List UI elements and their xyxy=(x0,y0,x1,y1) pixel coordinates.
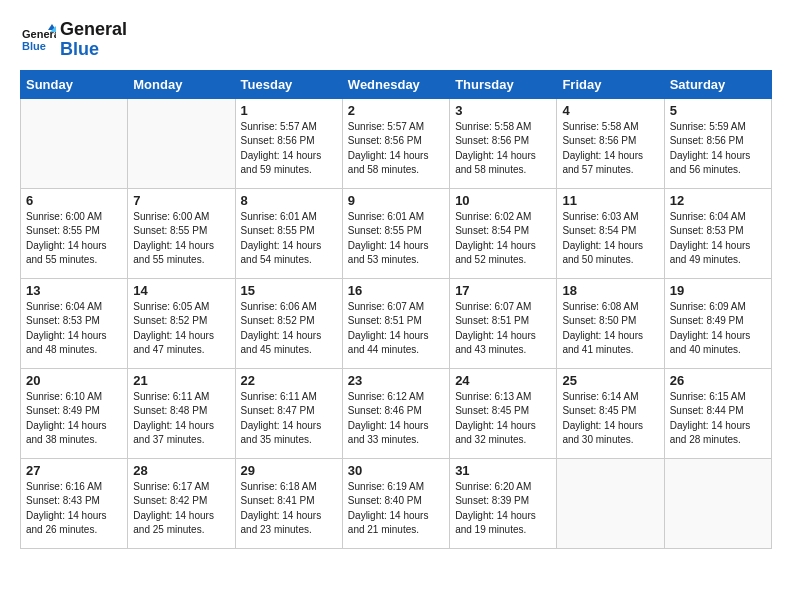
calendar-cell: 3Sunrise: 5:58 AMSunset: 8:56 PMDaylight… xyxy=(450,98,557,188)
day-number: 3 xyxy=(455,103,551,118)
day-number: 11 xyxy=(562,193,658,208)
day-number: 25 xyxy=(562,373,658,388)
calendar-cell: 25Sunrise: 6:14 AMSunset: 8:45 PMDayligh… xyxy=(557,368,664,458)
day-number: 2 xyxy=(348,103,444,118)
svg-text:Blue: Blue xyxy=(22,40,46,52)
day-number: 20 xyxy=(26,373,122,388)
day-info: Sunrise: 6:06 AMSunset: 8:52 PMDaylight:… xyxy=(241,300,337,358)
day-info: Sunrise: 6:13 AMSunset: 8:45 PMDaylight:… xyxy=(455,390,551,448)
logo-text: General Blue xyxy=(60,20,127,60)
page-header: General Blue General Blue xyxy=(20,20,772,60)
calendar-cell: 21Sunrise: 6:11 AMSunset: 8:48 PMDayligh… xyxy=(128,368,235,458)
day-number: 5 xyxy=(670,103,766,118)
calendar-week-row: 1Sunrise: 5:57 AMSunset: 8:56 PMDaylight… xyxy=(21,98,772,188)
calendar-cell: 20Sunrise: 6:10 AMSunset: 8:49 PMDayligh… xyxy=(21,368,128,458)
day-info: Sunrise: 6:18 AMSunset: 8:41 PMDaylight:… xyxy=(241,480,337,538)
calendar-cell: 24Sunrise: 6:13 AMSunset: 8:45 PMDayligh… xyxy=(450,368,557,458)
calendar-cell: 15Sunrise: 6:06 AMSunset: 8:52 PMDayligh… xyxy=(235,278,342,368)
calendar-week-row: 27Sunrise: 6:16 AMSunset: 8:43 PMDayligh… xyxy=(21,458,772,548)
calendar-cell: 11Sunrise: 6:03 AMSunset: 8:54 PMDayligh… xyxy=(557,188,664,278)
day-info: Sunrise: 6:01 AMSunset: 8:55 PMDaylight:… xyxy=(241,210,337,268)
calendar-cell: 19Sunrise: 6:09 AMSunset: 8:49 PMDayligh… xyxy=(664,278,771,368)
calendar-cell: 18Sunrise: 6:08 AMSunset: 8:50 PMDayligh… xyxy=(557,278,664,368)
calendar-table: SundayMondayTuesdayWednesdayThursdayFrid… xyxy=(20,70,772,549)
day-info: Sunrise: 6:16 AMSunset: 8:43 PMDaylight:… xyxy=(26,480,122,538)
day-number: 7 xyxy=(133,193,229,208)
day-number: 9 xyxy=(348,193,444,208)
calendar-cell: 2Sunrise: 5:57 AMSunset: 8:56 PMDaylight… xyxy=(342,98,449,188)
calendar-cell: 5Sunrise: 5:59 AMSunset: 8:56 PMDaylight… xyxy=(664,98,771,188)
day-info: Sunrise: 6:05 AMSunset: 8:52 PMDaylight:… xyxy=(133,300,229,358)
calendar-cell: 17Sunrise: 6:07 AMSunset: 8:51 PMDayligh… xyxy=(450,278,557,368)
calendar-cell: 12Sunrise: 6:04 AMSunset: 8:53 PMDayligh… xyxy=(664,188,771,278)
calendar-week-row: 20Sunrise: 6:10 AMSunset: 8:49 PMDayligh… xyxy=(21,368,772,458)
day-number: 18 xyxy=(562,283,658,298)
calendar-cell: 30Sunrise: 6:19 AMSunset: 8:40 PMDayligh… xyxy=(342,458,449,548)
day-info: Sunrise: 6:00 AMSunset: 8:55 PMDaylight:… xyxy=(26,210,122,268)
day-info: Sunrise: 6:15 AMSunset: 8:44 PMDaylight:… xyxy=(670,390,766,448)
day-info: Sunrise: 6:02 AMSunset: 8:54 PMDaylight:… xyxy=(455,210,551,268)
day-number: 23 xyxy=(348,373,444,388)
weekday-header-thursday: Thursday xyxy=(450,70,557,98)
day-number: 10 xyxy=(455,193,551,208)
day-info: Sunrise: 6:10 AMSunset: 8:49 PMDaylight:… xyxy=(26,390,122,448)
calendar-cell xyxy=(128,98,235,188)
day-number: 21 xyxy=(133,373,229,388)
day-info: Sunrise: 6:01 AMSunset: 8:55 PMDaylight:… xyxy=(348,210,444,268)
calendar-cell: 27Sunrise: 6:16 AMSunset: 8:43 PMDayligh… xyxy=(21,458,128,548)
calendar-cell: 13Sunrise: 6:04 AMSunset: 8:53 PMDayligh… xyxy=(21,278,128,368)
day-number: 16 xyxy=(348,283,444,298)
day-number: 19 xyxy=(670,283,766,298)
day-number: 29 xyxy=(241,463,337,478)
calendar-cell: 22Sunrise: 6:11 AMSunset: 8:47 PMDayligh… xyxy=(235,368,342,458)
day-number: 31 xyxy=(455,463,551,478)
day-number: 17 xyxy=(455,283,551,298)
day-info: Sunrise: 5:59 AMSunset: 8:56 PMDaylight:… xyxy=(670,120,766,178)
day-info: Sunrise: 5:57 AMSunset: 8:56 PMDaylight:… xyxy=(348,120,444,178)
day-info: Sunrise: 6:03 AMSunset: 8:54 PMDaylight:… xyxy=(562,210,658,268)
day-info: Sunrise: 5:58 AMSunset: 8:56 PMDaylight:… xyxy=(455,120,551,178)
day-number: 24 xyxy=(455,373,551,388)
day-info: Sunrise: 6:07 AMSunset: 8:51 PMDaylight:… xyxy=(455,300,551,358)
calendar-cell: 14Sunrise: 6:05 AMSunset: 8:52 PMDayligh… xyxy=(128,278,235,368)
calendar-cell xyxy=(21,98,128,188)
calendar-cell: 26Sunrise: 6:15 AMSunset: 8:44 PMDayligh… xyxy=(664,368,771,458)
weekday-header-saturday: Saturday xyxy=(664,70,771,98)
day-number: 27 xyxy=(26,463,122,478)
weekday-header-friday: Friday xyxy=(557,70,664,98)
calendar-cell: 6Sunrise: 6:00 AMSunset: 8:55 PMDaylight… xyxy=(21,188,128,278)
day-info: Sunrise: 6:09 AMSunset: 8:49 PMDaylight:… xyxy=(670,300,766,358)
calendar-cell: 9Sunrise: 6:01 AMSunset: 8:55 PMDaylight… xyxy=(342,188,449,278)
calendar-week-row: 6Sunrise: 6:00 AMSunset: 8:55 PMDaylight… xyxy=(21,188,772,278)
calendar-week-row: 13Sunrise: 6:04 AMSunset: 8:53 PMDayligh… xyxy=(21,278,772,368)
calendar-cell: 7Sunrise: 6:00 AMSunset: 8:55 PMDaylight… xyxy=(128,188,235,278)
day-info: Sunrise: 6:12 AMSunset: 8:46 PMDaylight:… xyxy=(348,390,444,448)
weekday-header-tuesday: Tuesday xyxy=(235,70,342,98)
day-info: Sunrise: 6:04 AMSunset: 8:53 PMDaylight:… xyxy=(670,210,766,268)
day-info: Sunrise: 6:08 AMSunset: 8:50 PMDaylight:… xyxy=(562,300,658,358)
calendar-header-row: SundayMondayTuesdayWednesdayThursdayFrid… xyxy=(21,70,772,98)
day-info: Sunrise: 6:11 AMSunset: 8:48 PMDaylight:… xyxy=(133,390,229,448)
day-info: Sunrise: 5:58 AMSunset: 8:56 PMDaylight:… xyxy=(562,120,658,178)
logo-icon: General Blue xyxy=(20,22,56,58)
day-number: 15 xyxy=(241,283,337,298)
day-info: Sunrise: 5:57 AMSunset: 8:56 PMDaylight:… xyxy=(241,120,337,178)
calendar-cell: 28Sunrise: 6:17 AMSunset: 8:42 PMDayligh… xyxy=(128,458,235,548)
logo: General Blue General Blue xyxy=(20,20,127,60)
day-info: Sunrise: 6:14 AMSunset: 8:45 PMDaylight:… xyxy=(562,390,658,448)
calendar-cell xyxy=(557,458,664,548)
day-number: 13 xyxy=(26,283,122,298)
weekday-header-monday: Monday xyxy=(128,70,235,98)
weekday-header-sunday: Sunday xyxy=(21,70,128,98)
day-number: 22 xyxy=(241,373,337,388)
day-info: Sunrise: 6:11 AMSunset: 8:47 PMDaylight:… xyxy=(241,390,337,448)
day-info: Sunrise: 6:00 AMSunset: 8:55 PMDaylight:… xyxy=(133,210,229,268)
calendar-cell: 4Sunrise: 5:58 AMSunset: 8:56 PMDaylight… xyxy=(557,98,664,188)
day-number: 6 xyxy=(26,193,122,208)
weekday-header-wednesday: Wednesday xyxy=(342,70,449,98)
day-info: Sunrise: 6:17 AMSunset: 8:42 PMDaylight:… xyxy=(133,480,229,538)
calendar-cell: 31Sunrise: 6:20 AMSunset: 8:39 PMDayligh… xyxy=(450,458,557,548)
day-number: 26 xyxy=(670,373,766,388)
calendar-cell: 23Sunrise: 6:12 AMSunset: 8:46 PMDayligh… xyxy=(342,368,449,458)
calendar-cell xyxy=(664,458,771,548)
